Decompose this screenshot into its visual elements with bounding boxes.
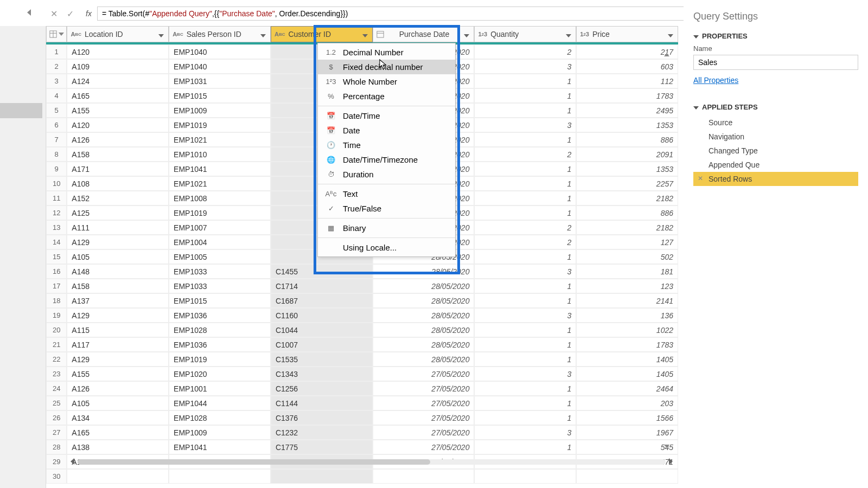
cell-purchase-date[interactable]: 27/05/2020 [373,367,475,381]
row-number[interactable]: 20 [46,323,67,337]
type-menu-item[interactable]: 📅Date/Time [318,108,455,123]
properties-section-header[interactable]: PROPERTIES [693,32,858,40]
cell-price[interactable]: 112 [576,74,678,88]
applied-step[interactable]: Source [693,115,858,130]
cell-price[interactable]: 1967 [576,425,678,440]
cell-price[interactable]: 2464 [576,381,678,396]
row-number[interactable]: 30 [46,469,67,484]
text-type-icon[interactable]: ABC [275,31,285,37]
cell-quantity[interactable]: 1 [474,206,576,220]
cell-sales-person[interactable]: EMP1005 [169,249,271,264]
row-number[interactable]: 10 [46,176,67,191]
cell-sales-person[interactable]: EMP1021 [169,176,271,191]
type-menu-item[interactable]: ✓True/False [318,201,455,216]
cell-purchase-date[interactable] [373,469,475,484]
cell-location[interactable]: A125 [67,206,169,220]
row-number[interactable]: 21 [46,337,67,352]
cell-location[interactable]: A137 [67,293,169,308]
cell-sales-person[interactable]: EMP1036 [169,337,271,352]
row-number[interactable]: 15 [46,249,67,264]
cell-price[interactable]: 1022 [576,323,678,337]
cell-purchase-date[interactable]: 27/05/2020 [373,440,475,454]
cell-price[interactable]: 123 [576,279,678,293]
row-number[interactable]: 24 [46,381,67,396]
cell-purchase-date[interactable]: 27/05/2020 [373,425,475,440]
column-header-sales-person[interactable]: ABC Sales Person ID [169,26,271,42]
cell-location[interactable]: A109 [67,59,169,74]
cell-purchase-date[interactable]: 28/05/2020 [373,279,475,293]
applied-step[interactable]: Changed Type [693,144,858,158]
table-row[interactable]: 24A126EMP1001C125627/05/202012464 [46,381,678,396]
row-number[interactable]: 16 [46,264,67,279]
type-menu-item[interactable]: %Percentage [318,89,455,104]
row-number[interactable]: 28 [46,440,67,454]
cell-quantity[interactable]: 1 [474,396,576,410]
cell-customer[interactable]: C1144 [271,396,373,410]
cell-sales-person[interactable]: EMP1021 [169,132,271,147]
cell-price[interactable]: 1783 [576,88,678,103]
filter-dropdown-icon[interactable] [158,30,166,38]
table-row[interactable]: 22A129EMP1019C153528/05/202011405 [46,352,678,367]
cell-price[interactable]: 1405 [576,367,678,381]
cell-quantity[interactable]: 1 [474,88,576,103]
all-properties-link[interactable]: All Properties [693,76,738,85]
cell-sales-person[interactable]: EMP1040 [169,44,271,59]
type-menu-item[interactable]: 🌐Date/Time/Timezone [318,152,455,167]
row-number[interactable]: 22 [46,352,67,367]
cell-sales-person[interactable]: EMP1031 [169,74,271,88]
cell-price[interactable]: 886 [576,132,678,147]
row-number[interactable]: 7 [46,132,67,147]
hscroll-left-button[interactable] [71,457,74,467]
table-row[interactable]: 18A137EMP1015C168728/05/202012141 [46,293,678,308]
cell-sales-person[interactable] [169,469,271,484]
cell-location[interactable]: A105 [67,396,169,410]
cell-price[interactable]: 2257 [576,176,678,191]
cancel-formula-button[interactable]: ✕ [48,8,60,20]
row-number[interactable]: 8 [46,147,67,162]
back-button[interactable] [27,8,38,19]
cell-price[interactable]: 545 [576,440,678,454]
cell-price[interactable]: 181 [576,264,678,279]
cell-location[interactable]: A115 [67,323,169,337]
table-row[interactable]: 30 [46,469,678,484]
cell-sales-person[interactable]: EMP1041 [169,440,271,454]
column-header-price[interactable]: 123 Price [576,26,678,42]
cell-price[interactable] [576,469,678,484]
row-number[interactable]: 12 [46,206,67,220]
cell-price[interactable]: 203 [576,396,678,410]
cell-location[interactable]: A111 [67,220,169,235]
row-number[interactable]: 2 [46,59,67,74]
row-number[interactable]: 26 [46,410,67,425]
cell-quantity[interactable]: 2 [474,44,576,59]
cell-purchase-date[interactable]: 27/05/2020 [373,381,475,396]
row-number[interactable]: 14 [46,235,67,249]
table-row[interactable]: 21A117EMP1036C100728/05/202011783 [46,337,678,352]
cell-location[interactable]: A120 [67,44,169,59]
cell-location[interactable] [67,469,169,484]
cell-purchase-date[interactable]: 28/05/2020 [373,352,475,367]
cell-customer[interactable]: C1775 [271,440,373,454]
filter-dropdown-icon[interactable] [668,30,675,38]
row-number[interactable]: 25 [46,396,67,410]
hscroll-right-button[interactable] [669,457,673,467]
column-header-customer[interactable]: ABC Customer ID [271,26,373,42]
cell-location[interactable]: A129 [67,235,169,249]
column-header-quantity[interactable]: 123 Quantity [474,26,576,42]
cell-customer[interactable]: C1714 [271,279,373,293]
cell-price[interactable]: 2141 [576,293,678,308]
cell-quantity[interactable]: 3 [474,59,576,74]
cell-location[interactable]: A148 [67,264,169,279]
cell-sales-person[interactable]: EMP1028 [169,323,271,337]
cell-customer[interactable]: C1535 [271,352,373,367]
cell-location[interactable]: A120 [67,118,169,132]
cell-sales-person[interactable]: EMP1044 [169,396,271,410]
type-menu-item[interactable]: 1.2Decimal Number [318,45,455,60]
cell-quantity[interactable]: 1 [474,279,576,293]
cell-location[interactable]: A138 [67,440,169,454]
table-row[interactable]: 28A138EMP1041C177527/05/20201545 [46,440,678,454]
row-number[interactable]: 6 [46,118,67,132]
cell-sales-person[interactable]: EMP1001 [169,381,271,396]
cell-location[interactable]: A126 [67,132,169,147]
cell-customer[interactable]: C1160 [271,308,373,323]
row-number[interactable]: 3 [46,74,67,88]
